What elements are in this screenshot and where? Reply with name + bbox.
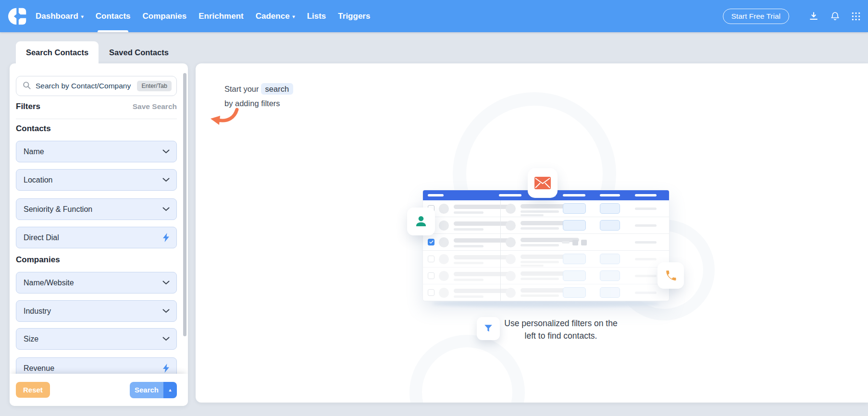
search-input[interactable] xyxy=(36,82,133,90)
section-title-contacts: Contacts xyxy=(16,124,177,134)
nav-dashboard[interactable]: Dashboard ▾ xyxy=(36,0,84,32)
nav-companies[interactable]: Companies xyxy=(143,0,187,32)
filter-seniority-function[interactable]: Seniority & Function xyxy=(16,198,177,220)
table-row-selected xyxy=(423,234,669,251)
nav-label: Contacts xyxy=(96,12,131,21)
results-panel: Start yoursearch by adding filters xyxy=(196,63,868,403)
nav-label: Dashboard xyxy=(36,12,78,21)
table-row xyxy=(423,200,669,217)
nav-label: Enrichment xyxy=(198,12,244,21)
nav-lists[interactable]: Lists xyxy=(307,0,326,32)
tab-bar: Search Contacts Saved Contacts xyxy=(16,41,179,63)
nav-label: Triggers xyxy=(338,12,370,21)
chevron-down-icon: ▾ xyxy=(293,14,295,19)
tab-saved-contacts[interactable]: Saved Contacts xyxy=(99,41,179,63)
table-row xyxy=(423,268,669,284)
start-free-trial-button[interactable]: Start Free Trial xyxy=(723,9,790,24)
chevron-down-icon xyxy=(162,337,170,341)
chevron-down-icon xyxy=(162,178,170,182)
chevron-down-icon xyxy=(162,149,170,154)
filter-size[interactable]: Size xyxy=(16,328,177,350)
table-row xyxy=(423,284,669,301)
top-navbar: Dashboard ▾ Contacts Companies Enrichmen… xyxy=(0,0,868,32)
table-row xyxy=(423,217,669,234)
filters-title: Filters xyxy=(16,102,40,111)
mail-icon xyxy=(534,177,551,189)
save-search-link[interactable]: Save Search xyxy=(133,102,177,111)
row-checkbox-checked[interactable] xyxy=(428,239,434,245)
person-card xyxy=(407,208,435,235)
contacts-table-illustration xyxy=(422,190,670,301)
nav-contacts[interactable]: Contacts xyxy=(96,0,131,32)
search-icon xyxy=(22,81,31,92)
contact-search-box[interactable]: Enter/Tab xyxy=(16,76,177,96)
download-icon[interactable] xyxy=(808,11,819,22)
table-row xyxy=(423,251,669,268)
mail-card xyxy=(528,168,558,198)
search-split-button: Search ▲ xyxy=(130,382,177,398)
chevron-down-icon xyxy=(162,309,170,313)
curved-arrow-icon xyxy=(208,108,239,126)
apps-grid-icon[interactable] xyxy=(851,11,861,22)
nav-label: Lists xyxy=(307,12,326,21)
search-options-toggle[interactable]: ▲ xyxy=(163,382,177,398)
slintel-logo-icon[interactable] xyxy=(8,7,28,26)
sidebar-scrollbar[interactable] xyxy=(183,73,186,336)
app-window: Dashboard ▾ Contacts Companies Enrichmen… xyxy=(0,0,868,416)
filter-direct-dial[interactable]: Direct Dial xyxy=(16,227,177,248)
filters-sidebar: Enter/Tab Filters Save Search Contacts N… xyxy=(10,63,188,406)
navbar-right-cluster: Start Free Trial xyxy=(723,0,862,32)
nav-enrichment[interactable]: Enrichment xyxy=(198,0,244,32)
divider xyxy=(16,119,177,119)
empty-state-caption: Use personalized filters on the left to … xyxy=(482,317,640,342)
section-title-companies: Companies xyxy=(16,255,177,265)
row-checkbox[interactable] xyxy=(428,272,434,279)
main-nav: Dashboard ▾ Contacts Companies Enrichmen… xyxy=(36,0,370,32)
filter-industry[interactable]: Industry xyxy=(16,300,177,322)
nav-label: Cadence xyxy=(256,12,290,21)
filter-location[interactable]: Location xyxy=(16,169,177,191)
sidebar-action-bar: Reset Search ▲ xyxy=(10,374,188,406)
chevron-down-icon xyxy=(162,281,170,285)
phone-icon xyxy=(665,269,677,282)
phone-card xyxy=(657,262,684,289)
filter-name-website[interactable]: Name/Website xyxy=(16,272,177,294)
search-button[interactable]: Search xyxy=(130,382,163,398)
nav-cadence[interactable]: Cadence ▾ xyxy=(256,0,295,32)
person-icon xyxy=(414,214,428,229)
nav-triggers[interactable]: Triggers xyxy=(338,0,370,32)
reset-button[interactable]: Reset xyxy=(16,382,50,398)
tab-search-contacts[interactable]: Search Contacts xyxy=(16,41,99,63)
filter-name[interactable]: Name xyxy=(16,141,177,162)
row-checkbox[interactable] xyxy=(428,289,434,296)
nav-label: Companies xyxy=(143,12,187,21)
chevron-down-icon xyxy=(162,207,170,211)
chevron-down-icon: ▾ xyxy=(81,14,84,19)
chevron-up-icon: ▲ xyxy=(168,388,173,392)
hint-highlight: search xyxy=(261,83,294,95)
enter-tab-badge: Enter/Tab xyxy=(137,81,172,91)
lightning-icon xyxy=(163,233,170,242)
lightning-icon xyxy=(163,364,170,373)
bell-icon[interactable] xyxy=(830,11,840,22)
row-checkbox[interactable] xyxy=(428,256,434,262)
decorative-ring xyxy=(409,335,525,403)
empty-state-hint: Start yoursearch by adding filters xyxy=(224,82,293,110)
